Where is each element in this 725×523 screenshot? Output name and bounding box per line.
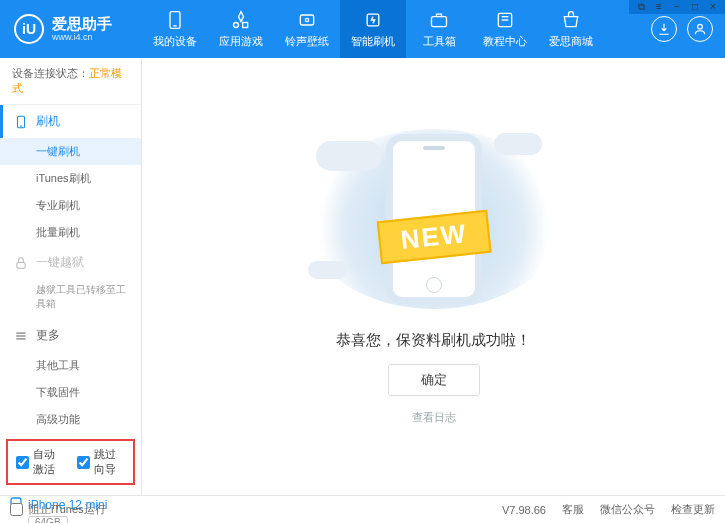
side-item[interactable]: 高级功能 [0, 406, 141, 433]
illustration: NEW [304, 129, 564, 309]
main-content: NEW 恭喜您，保资料刷机成功啦！ 确定 查看日志 [142, 58, 725, 495]
block-itunes-input[interactable] [10, 503, 23, 516]
svg-point-2 [234, 22, 239, 27]
check-update-link[interactable]: 检查更新 [671, 502, 715, 517]
side-item[interactable]: 其他工具 [0, 352, 141, 379]
svg-point-5 [305, 18, 308, 21]
skin-icon[interactable]: ⧉ [633, 1, 649, 13]
options-box: 自动激活跳过向导 [6, 439, 135, 485]
nav-label: 工具箱 [423, 34, 456, 49]
logo-icon: iU [14, 14, 44, 44]
side-note: 越狱工具已转移至工具箱 [0, 279, 141, 319]
nav-label: 我的设备 [153, 34, 197, 49]
nav-tools[interactable]: 工具箱 [406, 0, 472, 58]
flash-icon [363, 10, 383, 30]
ok-button[interactable]: 确定 [388, 364, 480, 396]
side-item[interactable]: 下载固件 [0, 379, 141, 406]
nav-phone[interactable]: 我的设备 [142, 0, 208, 58]
nav-label: 铃声壁纸 [285, 34, 329, 49]
wechat-link[interactable]: 微信公众号 [600, 502, 655, 517]
status-prefix: 设备连接状态： [12, 67, 89, 79]
nav-label: 教程中心 [483, 34, 527, 49]
book-icon [495, 10, 515, 30]
download-button[interactable] [651, 16, 677, 42]
nav-apps[interactable]: 应用游戏 [208, 0, 274, 58]
nav-label: 智能刷机 [351, 34, 395, 49]
user-button[interactable] [687, 16, 713, 42]
option-1[interactable]: 跳过向导 [77, 447, 126, 477]
device-capacity: 64GB [28, 516, 68, 523]
window-controls: ⧉ ≡ − □ × [629, 0, 725, 14]
maximize-icon[interactable]: □ [687, 1, 703, 13]
nav-book[interactable]: 教程中心 [472, 0, 538, 58]
tools-icon [429, 10, 449, 30]
nav-flash[interactable]: 智能刷机 [340, 0, 406, 58]
option-checkbox[interactable] [16, 456, 29, 469]
nav-label: 爱思商城 [549, 34, 593, 49]
sidebar: 设备连接状态：正常模式 刷机一键刷机iTunes刷机专业刷机批量刷机一键越狱越狱… [0, 58, 142, 495]
block-itunes-checkbox[interactable]: 阻止iTunes运行 [10, 502, 106, 517]
lock-icon [14, 256, 28, 270]
option-checkbox[interactable] [77, 456, 90, 469]
device-status: 设备连接状态：正常模式 [0, 58, 141, 105]
phone-icon [14, 115, 28, 129]
side-item[interactable]: 批量刷机 [0, 219, 141, 246]
app-sub: www.i4.cn [52, 32, 112, 42]
logo-block: iU 爱思助手 www.i4.cn [0, 0, 142, 58]
svg-point-11 [698, 24, 703, 29]
nav-label: 应用游戏 [219, 34, 263, 49]
support-link[interactable]: 客服 [562, 502, 584, 517]
success-message: 恭喜您，保资料刷机成功啦！ [336, 331, 531, 350]
side-item[interactable]: 专业刷机 [0, 192, 141, 219]
svg-rect-14 [17, 262, 25, 268]
option-0[interactable]: 自动激活 [16, 447, 65, 477]
svg-rect-3 [243, 22, 248, 27]
version-label: V7.98.66 [502, 504, 546, 516]
menu-icon[interactable]: ≡ [651, 1, 667, 13]
side-item[interactable]: iTunes刷机 [0, 165, 141, 192]
view-log-link[interactable]: 查看日志 [412, 410, 456, 425]
top-nav: 我的设备应用游戏铃声壁纸智能刷机工具箱教程中心爱思商城 [142, 0, 639, 58]
svg-rect-7 [432, 16, 447, 26]
nav-store[interactable]: 爱思商城 [538, 0, 604, 58]
minimize-icon[interactable]: − [669, 1, 685, 13]
rings-icon [297, 10, 317, 30]
side-head-lock[interactable]: 一键越狱 [0, 246, 141, 279]
side-item[interactable]: 一键刷机 [0, 138, 141, 165]
close-icon[interactable]: × [705, 1, 721, 13]
header: iU 爱思助手 www.i4.cn 我的设备应用游戏铃声壁纸智能刷机工具箱教程中… [0, 0, 725, 58]
nav-rings[interactable]: 铃声壁纸 [274, 0, 340, 58]
apps-icon [231, 10, 251, 30]
phone-icon [165, 10, 185, 30]
app-name: 爱思助手 [52, 16, 112, 33]
svg-rect-4 [300, 15, 313, 25]
store-icon [561, 10, 581, 30]
more-icon [14, 329, 28, 343]
side-head-phone[interactable]: 刷机 [0, 105, 141, 138]
side-head-more[interactable]: 更多 [0, 319, 141, 352]
